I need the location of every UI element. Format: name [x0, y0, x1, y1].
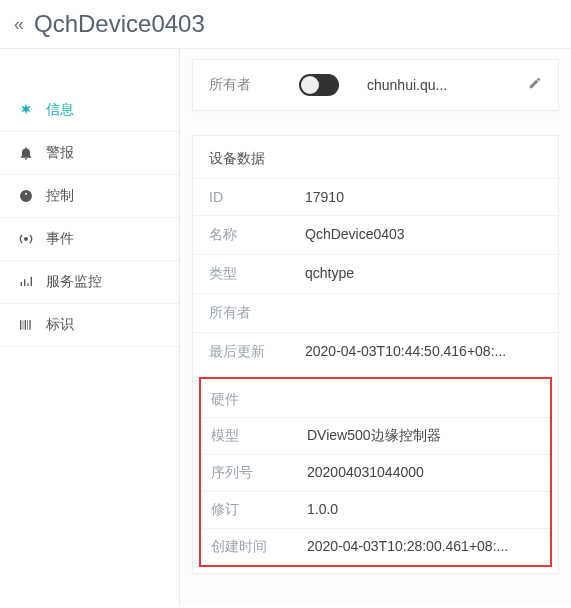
row-id: ID 17910: [193, 178, 558, 215]
label-model: 模型: [211, 427, 307, 445]
sidebar-item-control[interactable]: 控制: [0, 175, 179, 218]
hardware-title: 硬件: [201, 379, 550, 417]
barcode-icon: [18, 317, 34, 333]
content: 信息 警报 控制 事件 服务监控 标识 所有者 chunhui.qu...: [0, 49, 571, 605]
owner-name: chunhui.qu...: [367, 77, 528, 93]
row-rev: 修订 1.0.0: [201, 491, 550, 528]
label-serial: 序列号: [211, 464, 307, 482]
label-type: 类型: [209, 265, 305, 283]
value-type: qchtype: [305, 265, 542, 283]
owner-card: 所有者 chunhui.qu...: [192, 59, 559, 111]
bell-icon: [18, 145, 34, 161]
page-title: QchDevice0403: [34, 10, 205, 38]
sidebar-item-label: 信息: [46, 101, 74, 119]
label-rev: 修订: [211, 501, 307, 519]
sidebar-item-events[interactable]: 事件: [0, 218, 179, 261]
label-updated: 最后更新: [209, 343, 305, 361]
edit-icon[interactable]: [528, 76, 542, 94]
row-type: 类型 qchtype: [193, 254, 558, 293]
sidebar-item-label: 服务监控: [46, 273, 102, 291]
sidebar-item-label: 控制: [46, 187, 74, 205]
owner-label: 所有者: [209, 76, 299, 94]
hardware-section: 硬件 模型 DView500边缘控制器 序列号 202004031044000 …: [199, 377, 552, 567]
owner-toggle[interactable]: [299, 74, 339, 96]
sidebar-item-label: 标识: [46, 316, 74, 334]
row-owner: 所有者: [193, 293, 558, 332]
sidebar-item-alert[interactable]: 警报: [0, 132, 179, 175]
sidebar-item-info[interactable]: 信息: [0, 89, 179, 132]
back-icon[interactable]: «: [14, 14, 24, 35]
value-updated: 2020-04-03T10:44:50.416+08:...: [305, 343, 542, 361]
sidebar-item-label: 事件: [46, 230, 74, 248]
value-created: 2020-04-03T10:28:00.461+08:...: [307, 538, 540, 556]
sidebar-item-label: 警报: [46, 144, 74, 162]
value-serial: 202004031044000: [307, 464, 540, 482]
label-created: 创建时间: [211, 538, 307, 556]
sidebar: 信息 警报 控制 事件 服务监控 标识: [0, 49, 180, 605]
device-data-card: 设备数据 ID 17910 名称 QchDevice0403 类型 qchtyp…: [192, 135, 559, 574]
row-serial: 序列号 202004031044000: [201, 454, 550, 491]
value-id: 17910: [305, 189, 542, 205]
bars-icon: [18, 274, 34, 290]
device-data-title: 设备数据: [193, 136, 558, 178]
page-header: « QchDevice0403: [0, 0, 571, 49]
value-model: DView500边缘控制器: [307, 427, 540, 445]
sidebar-item-monitor[interactable]: 服务监控: [0, 261, 179, 304]
toggle-knob: [301, 76, 319, 94]
row-created: 创建时间 2020-04-03T10:28:00.461+08:...: [201, 528, 550, 565]
row-updated: 最后更新 2020-04-03T10:44:50.416+08:...: [193, 332, 558, 371]
main-panel: 所有者 chunhui.qu... 设备数据 ID 17910 名称 QchDe…: [180, 49, 571, 605]
value-owner: [305, 304, 542, 322]
row-name: 名称 QchDevice0403: [193, 215, 558, 254]
broadcast-icon: [18, 231, 34, 247]
value-name: QchDevice0403: [305, 226, 542, 244]
asterisk-icon: [18, 102, 34, 118]
label-owner: 所有者: [209, 304, 305, 322]
label-name: 名称: [209, 226, 305, 244]
value-rev: 1.0.0: [307, 501, 540, 519]
sidebar-item-tags[interactable]: 标识: [0, 304, 179, 347]
row-model: 模型 DView500边缘控制器: [201, 417, 550, 454]
label-id: ID: [209, 189, 305, 205]
knob-icon: [18, 188, 34, 204]
